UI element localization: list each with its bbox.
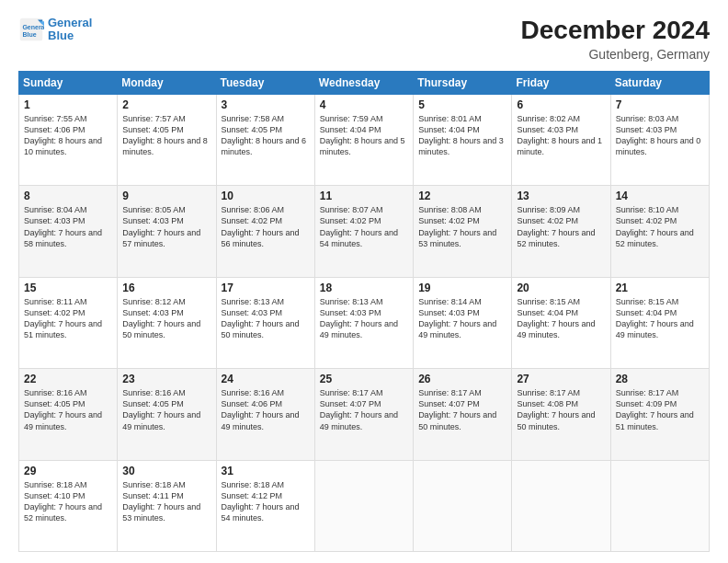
svg-text:General: General — [22, 24, 44, 30]
calendar-cell: 30Sunrise: 8:18 AMSunset: 4:11 PMDayligh… — [118, 460, 216, 551]
day-number: 21 — [616, 282, 704, 294]
cell-sun-info: Sunrise: 8:18 AMSunset: 4:12 PMDaylight:… — [222, 480, 300, 523]
day-number: 30 — [122, 465, 210, 477]
calendar-cell: 28Sunrise: 8:17 AMSunset: 4:09 PMDayligh… — [610, 369, 709, 460]
calendar-cell: 4Sunrise: 7:59 AMSunset: 4:04 PMDaylight… — [314, 94, 413, 185]
calendar-cell: 26Sunrise: 8:17 AMSunset: 4:07 PMDayligh… — [414, 369, 512, 460]
calendar-week-row: 22Sunrise: 8:16 AMSunset: 4:05 PMDayligh… — [19, 369, 710, 460]
cell-sun-info: Sunrise: 8:17 AMSunset: 4:07 PMDaylight:… — [320, 388, 398, 431]
day-number: 5 — [418, 98, 506, 111]
day-number: 9 — [122, 190, 210, 202]
day-number: 20 — [517, 282, 605, 294]
logo-icon: General Blue — [18, 17, 44, 42]
cell-sun-info: Sunrise: 8:15 AMSunset: 4:04 PMDaylight:… — [517, 297, 595, 339]
cell-sun-info: Sunrise: 8:15 AMSunset: 4:04 PMDaylight:… — [616, 297, 694, 339]
day-number: 28 — [616, 373, 704, 385]
day-header-tuesday: Tuesday — [216, 71, 314, 94]
cell-sun-info: Sunrise: 7:59 AMSunset: 4:04 PMDaylight:… — [320, 114, 405, 156]
cell-sun-info: Sunrise: 8:17 AMSunset: 4:07 PMDaylight:… — [418, 388, 496, 431]
cell-sun-info: Sunrise: 8:02 AMSunset: 4:03 PMDaylight:… — [517, 114, 602, 156]
calendar-cell: 23Sunrise: 8:16 AMSunset: 4:05 PMDayligh… — [118, 369, 216, 460]
day-number: 24 — [222, 373, 310, 385]
calendar-week-row: 29Sunrise: 8:18 AMSunset: 4:10 PMDayligh… — [19, 460, 710, 551]
cell-sun-info: Sunrise: 8:12 AMSunset: 4:03 PMDaylight:… — [122, 297, 200, 339]
cell-sun-info: Sunrise: 8:03 AMSunset: 4:03 PMDaylight:… — [616, 114, 701, 156]
day-number: 4 — [320, 98, 408, 111]
subtitle: Gutenberg, Germany — [521, 47, 710, 62]
calendar-cell — [610, 460, 709, 551]
calendar-week-row: 1Sunrise: 7:55 AMSunset: 4:06 PMDaylight… — [19, 94, 710, 185]
day-number: 2 — [122, 98, 210, 111]
cell-sun-info: Sunrise: 8:06 AMSunset: 4:02 PMDaylight:… — [222, 205, 300, 247]
day-number: 1 — [24, 98, 112, 111]
calendar-cell: 8Sunrise: 8:04 AMSunset: 4:03 PMDaylight… — [19, 186, 118, 277]
title-block: December 2024 Gutenberg, Germany — [521, 17, 710, 62]
day-header-wednesday: Wednesday — [314, 71, 413, 94]
calendar-cell: 21Sunrise: 8:15 AMSunset: 4:04 PMDayligh… — [610, 277, 709, 368]
calendar-cell: 11Sunrise: 8:07 AMSunset: 4:02 PMDayligh… — [314, 186, 413, 277]
cell-sun-info: Sunrise: 8:11 AMSunset: 4:02 PMDaylight:… — [24, 297, 102, 339]
calendar-week-row: 8Sunrise: 8:04 AMSunset: 4:03 PMDaylight… — [19, 186, 710, 277]
day-number: 6 — [517, 98, 605, 111]
day-number: 18 — [320, 282, 408, 294]
day-number: 23 — [122, 373, 210, 385]
cell-sun-info: Sunrise: 8:16 AMSunset: 4:06 PMDaylight:… — [222, 388, 300, 431]
cell-sun-info: Sunrise: 7:55 AMSunset: 4:06 PMDaylight:… — [24, 114, 102, 156]
cell-sun-info: Sunrise: 8:16 AMSunset: 4:05 PMDaylight:… — [24, 388, 102, 431]
day-number: 29 — [24, 465, 112, 477]
calendar-cell: 13Sunrise: 8:09 AMSunset: 4:02 PMDayligh… — [512, 186, 610, 277]
cell-sun-info: Sunrise: 8:17 AMSunset: 4:08 PMDaylight:… — [517, 388, 595, 431]
calendar-cell: 19Sunrise: 8:14 AMSunset: 4:03 PMDayligh… — [414, 277, 512, 368]
calendar-cell: 7Sunrise: 8:03 AMSunset: 4:03 PMDaylight… — [610, 94, 709, 185]
calendar-cell — [512, 460, 610, 551]
header: General Blue General Blue December 2024 … — [18, 17, 710, 62]
day-header-friday: Friday — [512, 71, 610, 94]
cell-sun-info: Sunrise: 8:04 AMSunset: 4:03 PMDaylight:… — [24, 205, 102, 247]
cell-sun-info: Sunrise: 8:05 AMSunset: 4:03 PMDaylight:… — [122, 205, 200, 247]
logo: General Blue General Blue — [18, 17, 92, 43]
calendar-week-row: 15Sunrise: 8:11 AMSunset: 4:02 PMDayligh… — [19, 277, 710, 368]
cell-sun-info: Sunrise: 8:01 AMSunset: 4:04 PMDaylight:… — [418, 114, 504, 156]
svg-text:Blue: Blue — [22, 31, 36, 38]
cell-sun-info: Sunrise: 8:13 AMSunset: 4:03 PMDaylight:… — [320, 297, 398, 339]
calendar-cell: 6Sunrise: 8:02 AMSunset: 4:03 PMDaylight… — [512, 94, 610, 185]
calendar-header-row: SundayMondayTuesdayWednesdayThursdayFrid… — [19, 71, 710, 94]
calendar-body: 1Sunrise: 7:55 AMSunset: 4:06 PMDaylight… — [19, 94, 710, 551]
page: General Blue General Blue December 2024 … — [0, 0, 728, 563]
day-header-sunday: Sunday — [19, 71, 118, 94]
cell-sun-info: Sunrise: 8:14 AMSunset: 4:03 PMDaylight:… — [418, 297, 496, 339]
cell-sun-info: Sunrise: 7:58 AMSunset: 4:05 PMDaylight:… — [222, 114, 307, 156]
calendar-cell: 1Sunrise: 7:55 AMSunset: 4:06 PMDaylight… — [19, 94, 118, 185]
calendar-cell: 17Sunrise: 8:13 AMSunset: 4:03 PMDayligh… — [216, 277, 314, 368]
day-number: 22 — [24, 373, 112, 385]
day-number: 7 — [616, 98, 704, 111]
calendar-cell — [414, 460, 512, 551]
calendar-cell: 3Sunrise: 7:58 AMSunset: 4:05 PMDaylight… — [216, 94, 314, 185]
day-number: 16 — [122, 282, 210, 294]
calendar-cell: 16Sunrise: 8:12 AMSunset: 4:03 PMDayligh… — [118, 277, 216, 368]
day-number: 11 — [320, 190, 408, 202]
calendar-cell: 12Sunrise: 8:08 AMSunset: 4:02 PMDayligh… — [414, 186, 512, 277]
day-number: 13 — [517, 190, 605, 202]
cell-sun-info: Sunrise: 8:07 AMSunset: 4:02 PMDaylight:… — [320, 205, 398, 247]
day-number: 26 — [418, 373, 506, 385]
day-number: 25 — [320, 373, 408, 385]
calendar-cell: 10Sunrise: 8:06 AMSunset: 4:02 PMDayligh… — [216, 186, 314, 277]
calendar-cell: 24Sunrise: 8:16 AMSunset: 4:06 PMDayligh… — [216, 369, 314, 460]
calendar-cell: 25Sunrise: 8:17 AMSunset: 4:07 PMDayligh… — [314, 369, 413, 460]
day-number: 14 — [616, 190, 704, 202]
main-title: December 2024 — [521, 17, 710, 45]
day-number: 31 — [222, 465, 310, 477]
day-header-saturday: Saturday — [610, 71, 709, 94]
calendar-cell: 31Sunrise: 8:18 AMSunset: 4:12 PMDayligh… — [216, 460, 314, 551]
cell-sun-info: Sunrise: 7:57 AMSunset: 4:05 PMDaylight:… — [122, 114, 208, 156]
calendar-cell: 15Sunrise: 8:11 AMSunset: 4:02 PMDayligh… — [19, 277, 118, 368]
calendar-cell: 27Sunrise: 8:17 AMSunset: 4:08 PMDayligh… — [512, 369, 610, 460]
cell-sun-info: Sunrise: 8:18 AMSunset: 4:10 PMDaylight:… — [24, 480, 102, 523]
day-header-monday: Monday — [118, 71, 216, 94]
calendar-cell: 9Sunrise: 8:05 AMSunset: 4:03 PMDaylight… — [118, 186, 216, 277]
day-number: 8 — [24, 190, 112, 202]
calendar-cell: 22Sunrise: 8:16 AMSunset: 4:05 PMDayligh… — [19, 369, 118, 460]
day-number: 19 — [418, 282, 506, 294]
day-number: 12 — [418, 190, 506, 202]
